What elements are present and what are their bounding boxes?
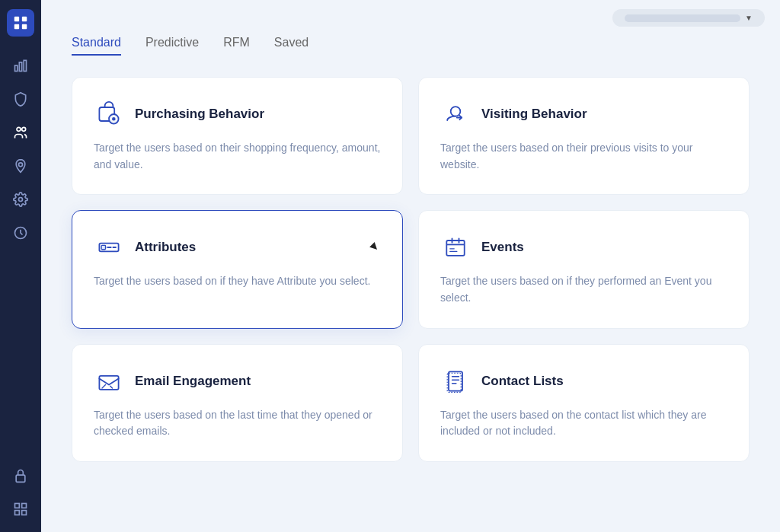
sidebar-item-analytics[interactable] — [7, 52, 34, 79]
card-header: Events — [440, 232, 727, 263]
tab-standard[interactable]: Standard — [72, 36, 121, 56]
tabs-container: Standard Predictive RFM Saved — [72, 36, 750, 56]
attributes-icon — [94, 232, 124, 263]
email-engagement-icon — [94, 366, 124, 397]
sidebar-item-settings[interactable] — [7, 186, 34, 213]
sidebar — [0, 0, 41, 532]
dropdown-bar — [625, 14, 740, 22]
topbar: ▼ — [41, 0, 780, 36]
cursor-indicator: ▲ — [366, 238, 384, 256]
card-events[interactable]: Events Target the users based on if they… — [418, 210, 750, 328]
card-description: Target the users based on the last time … — [94, 407, 381, 440]
card-attributes[interactable]: Attributes ▲ Target the users based on i… — [72, 210, 403, 328]
topbar-dropdown[interactable]: ▼ — [612, 9, 765, 27]
svg-rect-13 — [15, 504, 20, 508]
clock-icon — [13, 225, 28, 241]
card-title: Purchasing Behavior — [135, 107, 264, 122]
card-description: Target the users based on their shopping… — [94, 140, 381, 173]
main-content: ▼ Standard Predictive RFM Saved — [41, 0, 780, 532]
sidebar-item-location[interactable] — [7, 152, 34, 180]
sidebar-item-segments[interactable] — [7, 119, 34, 146]
card-title: Attributes — [135, 240, 196, 255]
sidebar-item-history[interactable] — [7, 219, 34, 247]
visiting-behavior-icon — [440, 99, 471, 129]
svg-point-7 — [17, 127, 21, 131]
card-description: Target the users based on the contact li… — [440, 407, 727, 440]
events-icon — [440, 232, 471, 263]
card-purchasing-behavior[interactable]: Purchasing Behavior Target the users bas… — [72, 77, 403, 195]
card-email-engagement[interactable]: Email Engagement Target the users based … — [72, 344, 403, 462]
card-title: Events — [481, 240, 524, 255]
sidebar-item-lock[interactable] — [7, 462, 34, 489]
card-title: Contact Lists — [481, 374, 564, 389]
svg-point-9 — [19, 163, 23, 167]
people-icon — [13, 125, 28, 140]
svg-point-8 — [22, 127, 26, 131]
sidebar-item-grid[interactable] — [7, 495, 34, 523]
card-title: Email Engagement — [135, 374, 251, 389]
card-header: Attributes ▲ — [94, 232, 381, 263]
card-title: Visiting Behavior — [481, 107, 587, 122]
logo-icon — [12, 14, 29, 31]
svg-rect-4 — [15, 65, 18, 72]
svg-rect-22 — [101, 246, 105, 250]
card-header: Contact Lists — [440, 366, 727, 397]
svg-rect-25 — [449, 371, 462, 390]
card-header: Visiting Behavior — [440, 99, 727, 129]
svg-rect-14 — [22, 504, 27, 508]
card-visiting-behavior[interactable]: Visiting Behavior Target the users based… — [418, 77, 750, 195]
svg-rect-5 — [19, 62, 21, 72]
svg-point-19 — [112, 117, 116, 121]
bar-chart-icon — [13, 58, 28, 73]
card-description: Target the users based on if they have A… — [94, 273, 381, 290]
svg-rect-0 — [14, 17, 19, 21]
tab-rfm[interactable]: RFM — [223, 36, 250, 56]
purchasing-behavior-icon — [94, 99, 124, 129]
card-description: Target the users based on if they perfor… — [440, 273, 727, 306]
svg-rect-12 — [16, 475, 25, 482]
svg-rect-1 — [22, 17, 27, 21]
dropdown-arrow-icon: ▼ — [745, 14, 753, 22]
content-area: Standard Predictive RFM Saved — [41, 36, 780, 532]
sidebar-logo[interactable] — [7, 9, 34, 37]
card-description: Target the users based on their previous… — [440, 140, 727, 173]
grid-icon — [13, 502, 28, 517]
svg-point-10 — [19, 198, 23, 202]
shield-icon — [13, 91, 28, 107]
card-header: Purchasing Behavior — [94, 99, 381, 129]
sidebar-bottom — [7, 462, 34, 523]
svg-rect-26 — [447, 373, 461, 392]
svg-rect-6 — [24, 60, 26, 71]
sidebar-item-security[interactable] — [7, 85, 34, 113]
svg-rect-2 — [14, 24, 19, 29]
location-icon — [13, 158, 28, 174]
settings-icon — [13, 192, 28, 207]
card-contact-lists[interactable]: Contact Lists Target the users based on … — [418, 344, 750, 462]
lock-icon — [13, 468, 28, 483]
svg-rect-15 — [15, 511, 20, 515]
svg-point-20 — [451, 107, 461, 116]
svg-rect-16 — [22, 511, 27, 515]
card-header: Email Engagement — [94, 366, 381, 397]
tab-saved[interactable]: Saved — [274, 36, 308, 56]
contact-lists-icon — [440, 366, 471, 397]
svg-rect-3 — [22, 24, 27, 29]
cards-grid: Purchasing Behavior Target the users bas… — [72, 77, 750, 462]
svg-rect-23 — [446, 241, 464, 256]
tab-predictive[interactable]: Predictive — [145, 36, 199, 56]
